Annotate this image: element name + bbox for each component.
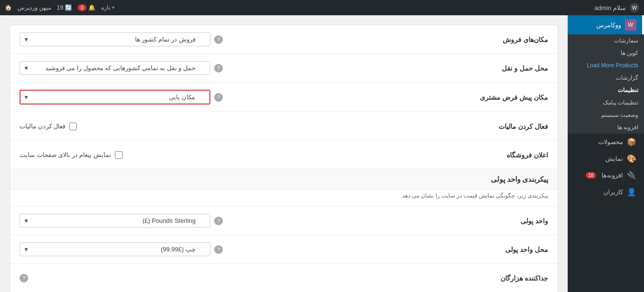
updates-count: 19 xyxy=(57,4,63,11)
default-location-select[interactable]: مکان پایی xyxy=(20,90,210,104)
appearance-icon: 🎨 xyxy=(627,154,636,163)
reports-label: گزارشات xyxy=(616,74,638,81)
default-location-help[interactable]: ? xyxy=(214,93,223,102)
thousands-separator-row: جداکننده هزارگان ? xyxy=(10,264,558,292)
notifications-icon[interactable]: 🔔 0 xyxy=(78,4,95,11)
submenu-item-extensions[interactable]: افزونه ها xyxy=(568,121,644,134)
woocommerce-submenu: سفارشات کوپن ها Load More Products گزارش… xyxy=(568,34,644,134)
currency-select-wrapper: Pounds Sterling (£) ▼ xyxy=(20,214,210,228)
menu-item-plugins[interactable]: 🔌 افزونه‌ها 18 xyxy=(568,167,644,184)
menu-label-products: محصولات xyxy=(598,138,623,146)
submenu-item-settings[interactable]: تنظیمات xyxy=(568,84,644,96)
menu-item-users[interactable]: 👤 کاربران xyxy=(568,184,644,200)
menu-item-woocommerce[interactable]: W ووکامرس xyxy=(568,15,644,34)
enable-taxes-checkbox-label: فعال کردن مالیات xyxy=(20,123,65,130)
currency-position-label: محل واحد پولی xyxy=(453,246,548,253)
menu-label-woocommerce: ووکامرس xyxy=(596,21,621,29)
default-location-control: ? مکان پایی ▼ xyxy=(20,90,453,104)
thousands-separator-help[interactable]: ? xyxy=(20,274,28,282)
admin-bar: W سلام admin + تازه 🔔 0 🔄 19 میهن وردپرس… xyxy=(0,0,644,15)
store-notice-checkbox-row: نمایش پیغام در بالای صفحات سایت xyxy=(20,151,123,159)
currency-position-select-wrapper: چپ (£99.99) ▼ xyxy=(20,242,210,256)
selling-locations-row: مکان‌های فروش ? فروش در تمام کشور ها ▼ xyxy=(10,25,558,54)
shipping-location-control: ? حمل و نقل به تمامی کشورهایی که محصول ر… xyxy=(20,61,453,75)
selling-locations-select-wrapper: فروش در تمام کشور ها ▼ xyxy=(20,32,210,46)
updates-btn[interactable]: 🔄 19 xyxy=(57,4,72,11)
shipping-location-help[interactable]: ? xyxy=(214,64,223,73)
home-icon[interactable]: 🏠 xyxy=(5,4,12,11)
menu-item-products[interactable]: 📦 محصولات xyxy=(568,134,644,150)
currency-row: واحد پولی ? Pounds Sterling (£) ▼ xyxy=(10,207,558,235)
woocommerce-icon: W xyxy=(625,19,636,31)
adminbar-right: W سلام admin xyxy=(594,3,639,12)
menu-label-plugins: افزونه‌ها xyxy=(602,172,623,179)
default-location-select-wrapper: مکان پایی ▼ xyxy=(20,90,210,104)
currency-title-text: پیکربندی واحد پولی xyxy=(491,175,548,183)
submenu-item-orders[interactable]: سفارشات xyxy=(568,34,644,47)
shipping-location-select[interactable]: حمل و نقل به تمامی کشورهایی که محصول را … xyxy=(20,61,210,75)
wp-layout: W ووکامرس سفارشات کوپن ها Load More Prod… xyxy=(0,15,644,292)
new-content-btn[interactable]: + تازه xyxy=(101,4,115,11)
store-notice-checkbox-label: نمایش پیغام در بالای صفحات سایت xyxy=(20,151,111,158)
extensions-label: افزونه ها xyxy=(617,124,638,131)
submenu-item-sms[interactable]: تنظیمات پیامک xyxy=(568,96,644,109)
currency-control: ? Pounds Sterling (£) ▼ xyxy=(20,214,453,228)
currency-description: پیکربندی زیر، چگونگی نمایش قیمت در سایت … xyxy=(10,190,558,207)
store-notice-checkbox[interactable] xyxy=(115,151,123,159)
plugins-icon: 🔌 xyxy=(627,171,636,180)
selling-locations-select[interactable]: فروش در تمام کشور ها xyxy=(20,32,210,46)
thousands-separator-label: جداکننده هزارگان xyxy=(453,274,548,282)
enable-taxes-label: فعال کردن مالیات xyxy=(453,123,548,130)
enable-taxes-control: فعال کردن مالیات xyxy=(20,123,453,130)
orders-label: سفارشات xyxy=(614,37,638,44)
load-more-products-label: Load More Products xyxy=(587,62,638,69)
settings-section: مکان‌های فروش ? فروش در تمام کشور ها ▼ م… xyxy=(10,25,558,292)
menu-label-appearance: نمایش xyxy=(605,155,623,162)
menu-label-users: کاربران xyxy=(603,188,623,196)
default-location-label: مکان پیش فرض مشتری xyxy=(453,94,548,101)
selling-locations-help[interactable]: ? xyxy=(214,35,223,44)
submenu-item-system-status[interactable]: وضعیت سیستم xyxy=(568,109,644,121)
selling-locations-label: مکان‌های فروش xyxy=(453,36,548,43)
currency-select[interactable]: Pounds Sterling (£) xyxy=(20,214,210,228)
currency-label: واحد پولی xyxy=(453,217,548,225)
coupons-label: کوپن ها xyxy=(621,50,638,56)
admin-user-link[interactable]: میهن وردپرس xyxy=(18,4,51,11)
site-name: سلام admin xyxy=(594,4,626,11)
products-icon: 📦 xyxy=(627,137,636,146)
plugins-badge: 18 xyxy=(586,172,596,178)
store-notice-control: نمایش پیغام در بالای صفحات سایت xyxy=(20,151,453,159)
shipping-location-label: محل حمل و نقل xyxy=(453,64,548,72)
submenu-item-coupons[interactable]: کوپن ها xyxy=(568,47,644,59)
wordpress-logo[interactable]: W xyxy=(630,3,639,12)
users-icon: 👤 xyxy=(627,188,636,197)
adminbar-left: + تازه 🔔 0 🔄 19 میهن وردپرس 🏠 xyxy=(5,4,115,11)
enable-taxes-row: فعال کردن مالیات فعال کردن مالیات xyxy=(10,112,558,141)
admin-sidebar: W ووکامرس سفارشات کوپن ها Load More Prod… xyxy=(568,15,644,292)
store-notice-row: اعلان فروشگاه نمایش پیغام در بالای صفحات… xyxy=(10,141,558,169)
shipping-location-select-wrapper: حمل و نقل به تمامی کشورهایی که محصول را … xyxy=(20,61,210,75)
settings-label: تنظیمات xyxy=(618,87,638,94)
store-notice-label: اعلان فروشگاه xyxy=(453,151,548,159)
currency-section-title: پیکربندی واحد پولی xyxy=(10,169,558,190)
thousands-separator-control: ? xyxy=(20,274,453,282)
system-status-label: وضعیت سیستم xyxy=(601,112,638,118)
shipping-location-row: محل حمل و نقل ? حمل و نقل به تمامی کشوره… xyxy=(10,54,558,83)
currency-position-select[interactable]: چپ (£99.99) xyxy=(20,242,210,256)
main-content: مکان‌های فروش ? فروش در تمام کشور ها ▼ م… xyxy=(0,15,568,292)
currency-position-control: ? چپ (£99.99) ▼ xyxy=(20,242,453,256)
menu-item-appearance[interactable]: 🎨 نمایش xyxy=(568,150,644,167)
selling-locations-control: ? فروش در تمام کشور ها ▼ xyxy=(20,32,453,46)
currency-help[interactable]: ? xyxy=(214,217,223,225)
currency-position-row: محل واحد پولی ? چپ (£99.99) ▼ xyxy=(10,235,558,264)
sms-label: تنظیمات پیامک xyxy=(603,99,638,106)
currency-desc-text: پیکربندی زیر، چگونگی نمایش قیمت در سایت … xyxy=(400,192,548,199)
submenu-item-load-more-products[interactable]: Load More Products xyxy=(568,59,644,72)
currency-position-help[interactable]: ? xyxy=(214,245,223,254)
enable-taxes-checkbox-row: فعال کردن مالیات xyxy=(20,123,77,130)
submenu-item-reports[interactable]: گزارشات xyxy=(568,72,644,84)
enable-taxes-checkbox[interactable] xyxy=(69,123,77,130)
notifications-count: 0 xyxy=(78,4,86,11)
default-location-row: مکان پیش فرض مشتری ? مکان پایی ▼ xyxy=(10,83,558,112)
